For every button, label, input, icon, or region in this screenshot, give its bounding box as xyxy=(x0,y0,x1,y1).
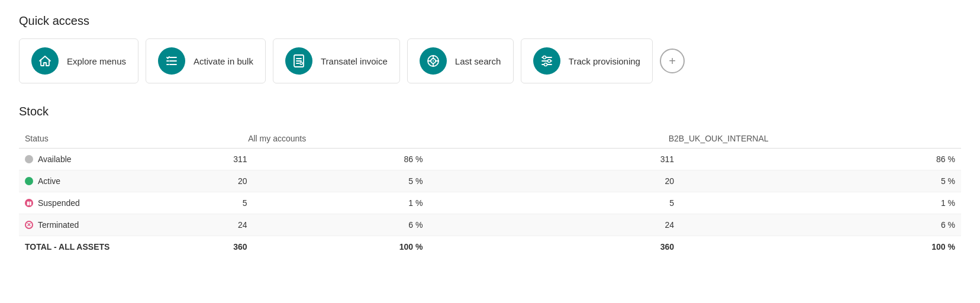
status-cell-terminated: ✕ Terminated xyxy=(19,214,125,236)
terminated-pct1: 6 % xyxy=(253,214,429,236)
terminated-pct2: 6 % xyxy=(680,214,961,236)
svg-point-20 xyxy=(543,56,546,59)
table-row: Available 311 86 % 311 86 % xyxy=(19,149,961,170)
svg-point-22 xyxy=(544,63,547,66)
sliders-icon xyxy=(533,47,560,75)
suspended-num2: 5 xyxy=(476,192,680,214)
card-activate-bulk[interactable]: Activate in bulk xyxy=(146,38,266,83)
stock-table: Status All my accounts B2B_UK_OUK_INTERN… xyxy=(19,129,961,257)
card-track-provisioning[interactable]: Track provisioning xyxy=(521,38,653,83)
status-dot-terminated: ✕ xyxy=(25,221,33,229)
status-dot-active xyxy=(25,177,33,185)
svg-point-21 xyxy=(547,60,550,63)
total-label: TOTAL - ALL ASSETS xyxy=(19,236,125,258)
status-cell-available: Available xyxy=(19,149,125,170)
status-cell-active: Active xyxy=(19,170,125,192)
available-pct1: 86 % xyxy=(253,149,429,170)
col-header-b2b: B2B_UK_OUK_INTERNAL xyxy=(476,129,961,149)
active-num1: 20 xyxy=(125,170,253,192)
add-quick-access-button[interactable]: + xyxy=(660,49,685,73)
invoice-icon xyxy=(285,47,312,75)
active-pct2: 5 % xyxy=(680,170,961,192)
total-pct1: 100 % xyxy=(253,236,429,258)
col-header-all-accounts: All my accounts xyxy=(125,129,428,149)
total-num2: 360 xyxy=(476,236,680,258)
card-last-search[interactable]: Last search xyxy=(407,38,514,83)
quick-access-bar: Explore menus Activate in bulk xyxy=(19,38,961,83)
suspended-pct2: 1 % xyxy=(680,192,961,214)
home-icon xyxy=(31,47,59,75)
available-num2: 311 xyxy=(476,149,680,170)
card-last-search-label: Last search xyxy=(455,56,501,66)
table-row: Active 20 5 % 20 5 % xyxy=(19,170,961,192)
network-icon xyxy=(420,47,447,75)
total-row: TOTAL - ALL ASSETS 360 100 % 360 100 % xyxy=(19,236,961,258)
table-row: ▮▮ Suspended 5 1 % 5 1 % xyxy=(19,192,961,214)
card-transatel-invoice[interactable]: Transatel invoice xyxy=(273,38,400,83)
status-cell-suspended: ▮▮ Suspended xyxy=(19,192,125,214)
card-explore-menus[interactable]: Explore menus xyxy=(19,38,138,83)
col-header-status: Status xyxy=(19,129,125,149)
card-activate-bulk-label: Activate in bulk xyxy=(194,56,253,66)
available-pct2: 86 % xyxy=(680,149,961,170)
terminated-num1: 24 xyxy=(125,214,253,236)
svg-point-12 xyxy=(433,60,434,62)
card-track-provisioning-label: Track provisioning xyxy=(569,56,640,66)
stock-section: Stock Status All my accounts B2B_UK_OUK_… xyxy=(19,105,961,257)
total-pct2: 100 % xyxy=(680,236,961,258)
table-row: ✕ Terminated 24 6 % 24 6 % xyxy=(19,214,961,236)
active-pct1: 5 % xyxy=(253,170,429,192)
terminated-num2: 24 xyxy=(476,214,680,236)
card-transatel-invoice-label: Transatel invoice xyxy=(321,56,388,66)
card-explore-menus-label: Explore menus xyxy=(67,56,126,66)
svg-point-9 xyxy=(300,62,302,65)
suspended-pct1: 1 % xyxy=(253,192,429,214)
total-num1: 360 xyxy=(125,236,253,258)
suspended-num1: 5 xyxy=(125,192,253,214)
stock-title: Stock xyxy=(19,105,961,118)
active-num2: 20 xyxy=(476,170,680,192)
status-dot-suspended: ▮▮ xyxy=(25,199,33,207)
quick-access-title: Quick access xyxy=(19,14,961,28)
status-dot-available xyxy=(25,155,33,163)
list-check-icon xyxy=(158,47,185,75)
available-num1: 311 xyxy=(125,149,253,170)
